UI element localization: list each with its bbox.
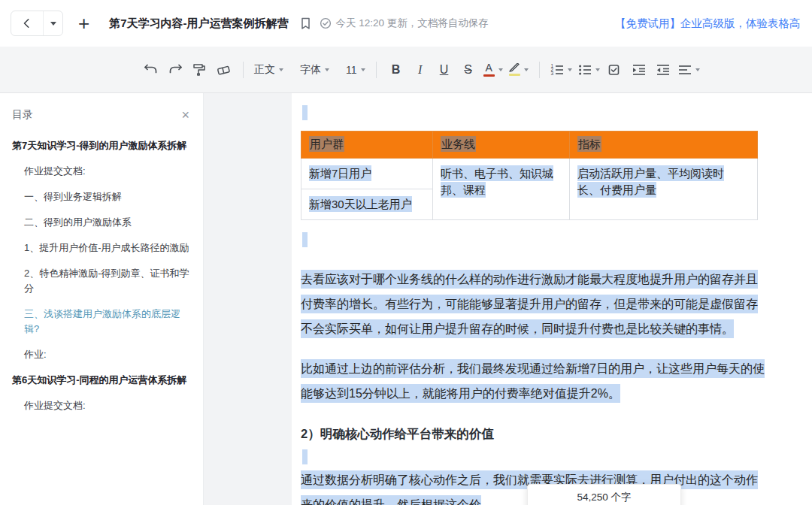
toc-item[interactable]: 一、得到业务逻辑拆解 [12,189,189,204]
toc-item[interactable]: 二、得到的用户激励体系 [12,215,189,230]
chevron-down-icon [325,68,329,71]
format-painter-icon [192,63,206,76]
toc-item-day6[interactable]: 第6天知识学习-同程的用户运营体系拆解 [12,373,189,388]
toc-item[interactable]: 作业提交文档: [12,398,189,413]
table-cell[interactable]: 新增30天以上老用户 [301,189,433,220]
table-cell-merged[interactable]: 听书、电子书、知识城 邦、课程 [433,159,570,220]
main-area: 目录 × 第7天知识学习-得到的用户激励体系拆解 作业提交文档: 一、得到业务逻… [0,93,812,505]
indent-decrease-icon [656,64,670,76]
redo-icon [168,63,183,76]
font-size-dropdown[interactable]: 11 [343,58,368,82]
new-document-button[interactable]: + [78,14,89,33]
back-history-dropdown[interactable] [43,11,62,35]
bookmark-icon[interactable] [301,17,311,29]
toc-item-day7[interactable]: 第7天知识学习-得到的用户激励体系拆解 [12,138,189,153]
toolbar-divider [376,62,377,78]
chevron-down-icon [695,68,700,71]
selection-mark [302,232,308,247]
paragraph[interactable]: 去看应该对于哪个业务线的什么样的动作进行激励才能最大程度地提升用户的留存并且 付… [301,267,812,341]
chevron-down-icon [361,68,365,71]
close-icon[interactable]: × [181,108,189,122]
chevron-down-icon [279,68,283,71]
paragraph-style-dropdown[interactable]: 正文 [251,58,286,82]
nav-group [11,11,63,36]
document-page[interactable]: 用户群 业务线 指标 新增7日用户 听书、电子书、知识城 邦、课程 启动活跃用户… [292,93,812,505]
indent-decrease-button[interactable] [651,58,675,82]
table-header-cell[interactable]: 用户群 [301,132,433,159]
toc-sidebar: 目录 × 第7天知识学习-得到的用户激励体系拆解 作业提交文档: 一、得到业务逻… [0,93,204,505]
save-status: 今天 12:20 更新，文档将自动保存 [320,17,489,30]
text-line[interactable]: 付费率的增长。有些行为，可能能够显著提升用户的留存，但是带来的可能是虚假留存 [301,292,812,316]
toolbar-divider [539,62,540,78]
table-cell[interactable]: 新增7日用户 [301,159,433,189]
chevron-down-icon [50,22,56,26]
chevron-down-icon [524,68,529,71]
underline-label: U [440,64,449,76]
toc-item[interactable]: 1、提升用户价值-用户成长路径的激励 [12,240,189,256]
underline-button[interactable]: U [432,58,456,82]
toc-header: 目录 × [12,108,189,122]
bold-button[interactable]: B [384,58,408,82]
editor-canvas[interactable]: 用户群 业务线 指标 新增7日用户 听书、电子书、知识城 邦、课程 启动活跃用户… [204,93,812,505]
bullet-list-icon [578,64,592,76]
italic-label: I [418,64,422,76]
toc-title: 目录 [12,108,33,122]
word-count-badge: 54,250 个字 [527,484,681,505]
checklist-button[interactable] [603,58,627,82]
font-family-value: 字体 [300,63,321,77]
chevron-down-icon [568,68,572,71]
chevron-down-icon [595,68,600,71]
font-color-button[interactable]: A [480,58,506,82]
toc-item[interactable]: 作业: [12,347,189,362]
align-left-icon [678,64,692,76]
text-line[interactable]: 比如通过上边的前评估分析，我们最终发现通过给新增7日的用户，让这些用户每天的使 [301,356,812,381]
redo-button[interactable] [163,58,187,82]
font-color-icon: A [483,62,495,77]
content-table[interactable]: 用户群 业务线 指标 新增7日用户 听书、电子书、知识城 邦、课程 启动活跃用户… [301,131,758,220]
font-size-value: 11 [346,64,357,76]
highlight-color-button[interactable] [506,58,532,82]
strikethrough-label: S [464,64,472,76]
format-toolbar: 正文 字体 11 B I U S A 123 [0,47,812,93]
selection-mark [302,105,308,120]
selection-mark [302,449,308,464]
toc-item[interactable]: 作业提交文档: [12,164,189,179]
doc-editor-app: { "topbar": { "title": "第7天学习内容-用户运营案例拆解… [0,0,812,505]
text-line[interactable]: 不会实际买单，如何让用户提升留存的时候，同时提升付费也是比较关键的事情。 [301,316,812,341]
toolbar-divider [243,62,244,78]
document-heading[interactable]: 2）明确核心动作给平台带来的价值 [301,424,812,443]
strikethrough-button[interactable]: S [456,58,480,82]
word-count-text: 54,250 个字 [577,491,631,504]
table-row: 新增7日用户 听书、电子书、知识城 邦、课程 启动活跃用户量、平均阅读时 长、付… [301,159,758,189]
table-header-cell[interactable]: 指标 [570,132,758,159]
format-painter-button[interactable] [187,58,211,82]
back-button[interactable] [11,11,43,35]
align-button[interactable] [675,58,703,82]
bullet-list-button[interactable] [575,58,603,82]
text-line[interactable]: 能够达到15分钟以上，就能将用户的付费率绝对值提升2%。 [301,381,812,406]
check-circle-icon [320,17,332,29]
indent-increase-icon [632,64,646,76]
font-family-dropdown[interactable]: 字体 [297,58,332,82]
numbered-list-icon: 123 [550,64,564,76]
text-line[interactable]: 去看应该对于哪个业务线的什么样的动作进行激励才能最大程度地提升用户的留存并且 [301,267,812,292]
undo-button[interactable] [139,58,163,82]
highlighter-icon [509,63,520,76]
chevron-down-icon [498,68,503,71]
toc-item[interactable]: 2、特色精神激励-得到勋章、证书和学分 [12,266,189,296]
undo-icon [144,63,159,76]
chevron-left-icon [22,18,32,29]
paragraph[interactable]: 比如通过上边的前评估分析，我们最终发现通过给新增7日的用户，让这些用户每天的使 … [301,356,812,406]
bold-label: B [392,64,401,76]
toc-item-active[interactable]: 三、浅谈搭建用户激励体系的底层逻辑? [12,307,189,337]
italic-button[interactable]: I [408,58,432,82]
clear-format-button[interactable] [211,58,235,82]
numbered-list-button[interactable]: 123 [547,58,575,82]
table-header-cell[interactable]: 业务线 [433,132,570,159]
save-status-text: 今天 12:20 更新，文档将自动保存 [336,17,489,30]
table-header-row: 用户群 业务线 指标 [301,132,758,159]
indent-increase-button[interactable] [627,58,651,82]
promo-link[interactable]: 【免费试用】企业高级版，体验表格高 [615,17,801,31]
eraser-icon [217,64,231,76]
table-cell-merged[interactable]: 启动活跃用户量、平均阅读时 长、付费用户量 [570,159,758,220]
